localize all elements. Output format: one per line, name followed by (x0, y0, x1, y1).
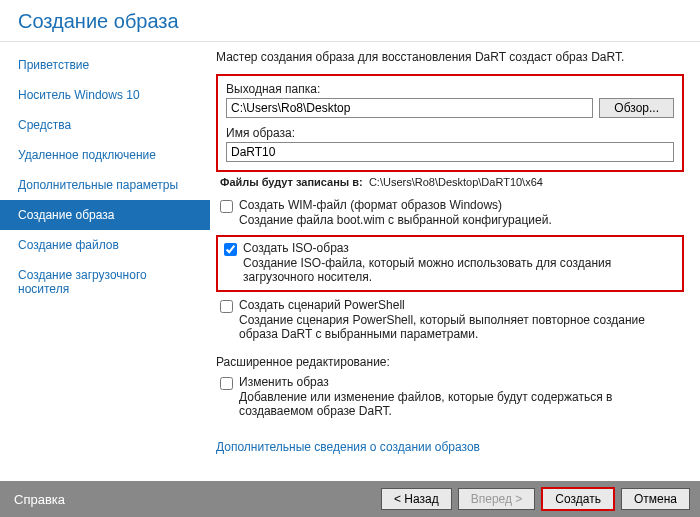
option-powershell-desc: Создание сценария PowerShell, который вы… (239, 313, 680, 341)
option-wim-checkbox[interactable] (220, 200, 233, 213)
option-iso-title: Создать ISO-образ (243, 241, 676, 255)
sidebar-item-create-image[interactable]: Создание образа (0, 200, 210, 230)
option-iso-box: Создать ISO-образ Создание ISO-файла, ко… (216, 235, 684, 292)
image-name-input[interactable] (226, 142, 674, 162)
output-folder-input[interactable] (226, 98, 593, 118)
sidebar-item-create-files[interactable]: Создание файлов (0, 230, 210, 260)
back-button[interactable]: < Назад (381, 488, 452, 510)
page-title: Создание образа (18, 10, 682, 33)
output-settings-box: Выходная папка: Обзор... Имя образа: (216, 74, 684, 172)
option-powershell: Создать сценарий PowerShell Создание сце… (216, 296, 684, 347)
option-powershell-title: Создать сценарий PowerShell (239, 298, 680, 312)
sidebar-item-media[interactable]: Носитель Windows 10 (0, 80, 210, 110)
sidebar: Приветствие Носитель Windows 10 Средства… (0, 42, 210, 467)
browse-button[interactable]: Обзор... (599, 98, 674, 118)
sidebar-item-welcome[interactable]: Приветствие (0, 50, 210, 80)
option-edit-image-title: Изменить образ (239, 375, 680, 389)
option-wim: Создать WIM-файл (формат образов Windows… (216, 196, 684, 233)
next-button: Вперед > (458, 488, 536, 510)
cancel-button[interactable]: Отмена (621, 488, 690, 510)
footer-bar: Справка < Назад Вперед > Создать Отмена (0, 481, 700, 517)
sidebar-item-bootable[interactable]: Создание загрузочного носителя (0, 260, 210, 304)
option-edit-image: Изменить образ Добавление или изменение … (216, 373, 684, 424)
advanced-editing-title: Расширенное редактирование: (216, 355, 684, 369)
image-name-label: Имя образа: (226, 126, 674, 140)
sidebar-item-tools[interactable]: Средства (0, 110, 210, 140)
intro-text: Мастер создания образа для восстановлени… (216, 50, 684, 64)
files-written-info: Файлы будут записаны в: C:\Users\Ro8\Des… (220, 176, 684, 188)
option-powershell-checkbox[interactable] (220, 300, 233, 313)
option-iso-desc: Создание ISO-файла, который можно исполь… (243, 256, 676, 284)
more-info-link[interactable]: Дополнительные сведения о создании образ… (216, 440, 480, 454)
option-wim-title: Создать WIM-файл (формат образов Windows… (239, 198, 680, 212)
sidebar-item-remote[interactable]: Удаленное подключение (0, 140, 210, 170)
output-folder-label: Выходная папка: (226, 82, 674, 96)
option-edit-image-checkbox[interactable] (220, 377, 233, 390)
option-edit-image-desc: Добавление или изменение файлов, которые… (239, 390, 680, 418)
option-iso-checkbox[interactable] (224, 243, 237, 256)
option-wim-desc: Создание файла boot.wim с выбранной конф… (239, 213, 680, 227)
create-button[interactable]: Создать (541, 487, 615, 511)
sidebar-item-advanced[interactable]: Дополнительные параметры (0, 170, 210, 200)
help-link[interactable]: Справка (10, 492, 65, 507)
content-panel: Мастер создания образа для восстановлени… (210, 42, 700, 467)
